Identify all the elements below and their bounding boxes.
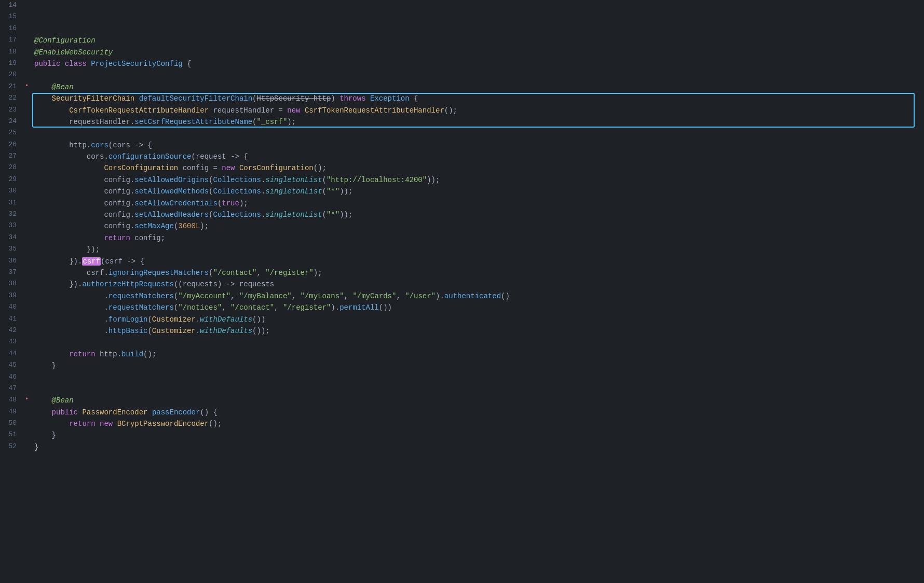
line-15: 15 bbox=[0, 11, 924, 23]
line-35: 35 }); bbox=[0, 244, 924, 255]
line-52: 52 } bbox=[0, 441, 924, 453]
line-24: 24 requestHandler.setCsrfRequestAttribut… bbox=[0, 116, 924, 128]
line-38: 38 }).authorizeHttpRequests((requests) -… bbox=[0, 279, 924, 290]
line-50: 50 return new BCryptPasswordEncoder(); bbox=[0, 418, 924, 429]
line-46: 46 bbox=[0, 372, 924, 383]
line-27: 27 cors.configurationSource(request -> { bbox=[0, 151, 924, 162]
line-21: 21 • @Bean bbox=[0, 81, 924, 93]
line-25: 25 bbox=[0, 128, 924, 139]
line-31: 31 config.setAllowCredentials(true); bbox=[0, 198, 924, 209]
line-14: 14 bbox=[0, 0, 924, 11]
line-37: 37 csrf.ignoringRequestMatchers("/contac… bbox=[0, 267, 924, 279]
line-51: 51 } bbox=[0, 429, 924, 441]
line-47: 47 bbox=[0, 383, 924, 395]
line-41: 41 .formLogin(Customizer.withDefaults()) bbox=[0, 314, 924, 325]
line-20: 20 bbox=[0, 70, 924, 81]
line-29: 29 config.setAllowedOrigins(Collections.… bbox=[0, 174, 924, 186]
line-36: 36 }).csrf(csrf -> { bbox=[0, 256, 924, 267]
line-19: 19 public class ProjectSecurityConfig { bbox=[0, 58, 924, 70]
line-26: 26 http.cors(cors -> { bbox=[0, 140, 924, 151]
line-22: 22 SecurityFilterChain defaultSecurityFi… bbox=[0, 93, 924, 104]
line-43: 43 bbox=[0, 337, 924, 348]
code-editor: 14 15 16 17 @Configuration 18 @EnableWeb… bbox=[0, 0, 924, 453]
line-42: 42 .httpBasic(Customizer.withDefaults())… bbox=[0, 325, 924, 337]
line-34: 34 return config; bbox=[0, 232, 924, 244]
line-17: 17 @Configuration bbox=[0, 35, 924, 46]
line-16: 16 bbox=[0, 23, 924, 35]
line-18: 18 @EnableWebSecurity bbox=[0, 47, 924, 58]
line-33: 33 config.setMaxAge(3600L); bbox=[0, 220, 924, 232]
line-23: 23 CsrfTokenRequestAttributeHandler requ… bbox=[0, 105, 924, 116]
line-49: 49 public PasswordEncoder passEncoder() … bbox=[0, 407, 924, 418]
line-44: 44 return http.build(); bbox=[0, 349, 924, 360]
line-45: 45 } bbox=[0, 360, 924, 371]
line-39: 39 .requestMatchers("/myAccount", "/myBa… bbox=[0, 290, 924, 302]
line-28: 28 CorsConfiguration config = new CorsCo… bbox=[0, 162, 924, 174]
line-48: 48 • @Bean bbox=[0, 395, 924, 406]
line-30: 30 config.setAllowedMethods(Collections.… bbox=[0, 186, 924, 197]
line-40: 40 .requestMatchers("/notices", "/contac… bbox=[0, 302, 924, 313]
line-32: 32 config.setAllowedHeaders(Collections.… bbox=[0, 209, 924, 220]
